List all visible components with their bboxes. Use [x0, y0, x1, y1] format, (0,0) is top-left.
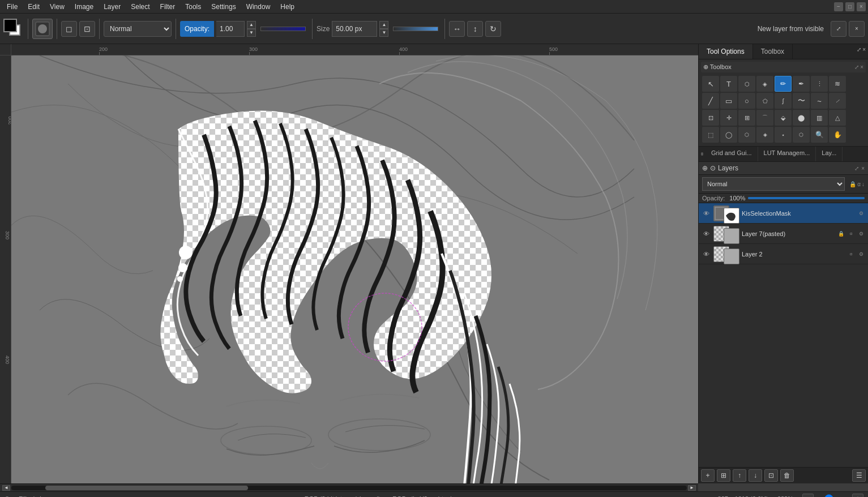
- brush-preset-btn[interactable]: [32, 19, 53, 39]
- mirror-h-btn[interactable]: ↔: [449, 21, 465, 37]
- size-input[interactable]: [332, 21, 377, 37]
- layer-settings-btn-1[interactable]: ⚙: [857, 229, 866, 238]
- tab-tool-options[interactable]: Tool Options: [699, 44, 753, 59]
- gradient-btn[interactable]: ▥: [811, 110, 828, 126]
- contiguous-sel-btn[interactable]: ⬡: [738, 127, 755, 143]
- zoom-in-btn[interactable]: +: [852, 494, 863, 498]
- layer-row-2[interactable]: 👁 Layer 2 α ⚙: [699, 244, 868, 264]
- freehand-brush-btn[interactable]: ✏: [775, 76, 792, 92]
- menu-item-view[interactable]: View: [45, 2, 69, 12]
- layers-expand-icon[interactable]: ⊕: [702, 164, 708, 172]
- bezier-btn[interactable]: ∫: [775, 93, 792, 109]
- h-scroll-thumb[interactable]: [45, 486, 248, 490]
- layer-alpha-btn-1[interactable]: α: [846, 229, 856, 238]
- ellipse-tool-btn[interactable]: ○: [738, 93, 755, 109]
- resize-handle[interactable]: [701, 152, 703, 156]
- window-minimize-btn[interactable]: −: [834, 2, 843, 11]
- contiguous-region-btn[interactable]: ⌒: [756, 110, 773, 126]
- duplicate-layer-btn[interactable]: ⊡: [764, 469, 778, 482]
- layer-row-kisselectionmask[interactable]: 👁 KisSelectionMask: [699, 203, 868, 224]
- calligraphy-btn[interactable]: ✒: [793, 76, 810, 92]
- freehand-path-btn[interactable]: 〜: [793, 93, 810, 109]
- menu-item-edit[interactable]: Edit: [23, 2, 44, 12]
- menu-item-filter[interactable]: Filter: [156, 2, 180, 12]
- zoom-tool-btn[interactable]: 🔍: [811, 127, 828, 143]
- text-tool-btn[interactable]: T: [720, 76, 737, 92]
- mirror-v-btn[interactable]: ↕: [467, 21, 483, 37]
- opacity-down-btn[interactable]: ▼: [247, 29, 256, 37]
- line-tool-btn[interactable]: ╱: [702, 93, 719, 109]
- delete-layer-btn[interactable]: 🗑: [780, 469, 794, 482]
- layer-settings-btn-2[interactable]: ⚙: [857, 250, 866, 259]
- rect-select-btn[interactable]: ⬚: [702, 127, 719, 143]
- layers-float-btn[interactable]: ⤢: [854, 165, 859, 172]
- brush-tool-btn[interactable]: ≋: [829, 76, 846, 92]
- add-layer-btn[interactable]: +: [701, 469, 715, 482]
- polygon-btn[interactable]: ⬠: [756, 93, 773, 109]
- layer-vis-btn-0[interactable]: 👁: [701, 208, 711, 218]
- menu-item-help[interactable]: Help: [276, 2, 299, 12]
- layers-settings-btn[interactable]: ☰: [852, 469, 866, 482]
- contiguous-select-btn[interactable]: ⬡: [738, 76, 755, 92]
- move-btn[interactable]: ✛: [720, 110, 737, 126]
- erase-btn[interactable]: ◻: [61, 21, 77, 37]
- rectangle-tool-btn[interactable]: ▭: [720, 93, 737, 109]
- group-layer-btn[interactable]: ⊞: [717, 469, 730, 482]
- panel-close-btn[interactable]: ×: [862, 46, 866, 57]
- move-layer-down-btn[interactable]: ↓: [749, 469, 762, 482]
- preserve-alpha-btn[interactable]: ⊡: [79, 21, 95, 37]
- layer-vis-btn-1[interactable]: 👁: [701, 229, 711, 239]
- sub-tab-layers-mini[interactable]: Lay...: [816, 147, 843, 161]
- layers-mode-select[interactable]: Normal Multiply Screen: [702, 177, 845, 191]
- sub-tab-grid[interactable]: Grid and Gui...: [705, 147, 758, 161]
- magnetic-sel-btn[interactable]: ⬡: [793, 127, 810, 143]
- menu-item-select[interactable]: Select: [126, 2, 154, 12]
- size-down-btn[interactable]: ▼: [379, 29, 388, 37]
- h-scroll-track[interactable]: [11, 486, 687, 490]
- layer-settings-btn-0[interactable]: ⚙: [857, 209, 866, 218]
- menu-item-settings[interactable]: Settings: [207, 2, 240, 12]
- scroll-left-btn[interactable]: ◄: [2, 485, 10, 491]
- layer-lock-btn-1[interactable]: 🔒: [836, 229, 845, 238]
- layer-alpha-btn-2[interactable]: α: [846, 250, 856, 259]
- similar-color-sel-btn[interactable]: ◈: [756, 127, 773, 143]
- transform-btn[interactable]: ⊡: [702, 110, 719, 126]
- size-slider[interactable]: [393, 27, 438, 31]
- menu-item-image[interactable]: Image: [70, 2, 98, 12]
- panel-float-btn[interactable]: ⤢: [857, 46, 861, 57]
- opacity-slider[interactable]: [260, 27, 306, 31]
- h-scrollbar[interactable]: ◄ ►: [0, 483, 698, 491]
- layers-close-btn[interactable]: ×: [861, 165, 865, 172]
- blend-mode-select[interactable]: Normal Multiply Screen Overlay: [104, 21, 172, 37]
- paint-path-btn[interactable]: ⟋: [829, 93, 846, 109]
- toolbox-close-btn[interactable]: ×: [860, 64, 863, 70]
- layers-opacity-slider[interactable]: [748, 197, 865, 199]
- select-tool-btn[interactable]: ↖: [702, 76, 719, 92]
- ellipse-select-btn[interactable]: ◯: [720, 127, 737, 143]
- window-close-btn[interactable]: ×: [857, 2, 866, 11]
- path-select-btn[interactable]: ⋆: [775, 127, 792, 143]
- size-up-btn[interactable]: ▲: [379, 21, 388, 29]
- eyedropper-btn[interactable]: ⬙: [775, 110, 792, 126]
- canvas-content[interactable]: [11, 55, 698, 483]
- toolbar-float-btn[interactable]: ⤢: [831, 21, 846, 37]
- window-maximize-btn[interactable]: □: [845, 2, 854, 11]
- opacity-up-btn[interactable]: ▲: [247, 21, 256, 29]
- move-layer-up-btn[interactable]: ↑: [733, 469, 746, 482]
- tab-toolbox[interactable]: Toolbox: [753, 44, 793, 59]
- fg-color-swatch[interactable]: [3, 19, 17, 32]
- color-swatches[interactable]: [3, 19, 24, 39]
- rotate-btn[interactable]: ↻: [485, 21, 501, 37]
- toolbox-float-btn[interactable]: ⤢: [854, 64, 859, 70]
- multibrush-btn[interactable]: ⋮: [811, 76, 828, 92]
- fill-btn[interactable]: ⬤: [793, 110, 810, 126]
- menu-item-tools[interactable]: Tools: [181, 2, 206, 12]
- pan-tool-btn[interactable]: ✋: [829, 127, 846, 143]
- dynamic-brush-btn[interactable]: ~: [811, 93, 828, 109]
- menu-item-window[interactable]: Window: [242, 2, 275, 12]
- sub-tab-lut[interactable]: LUT Managem...: [758, 147, 816, 161]
- warp-btn[interactable]: ⊞: [738, 110, 755, 126]
- toolbar-close-btn[interactable]: ×: [849, 21, 865, 37]
- layer-vis-btn-2[interactable]: 👁: [701, 249, 711, 259]
- smart-patch-btn[interactable]: △: [829, 110, 846, 126]
